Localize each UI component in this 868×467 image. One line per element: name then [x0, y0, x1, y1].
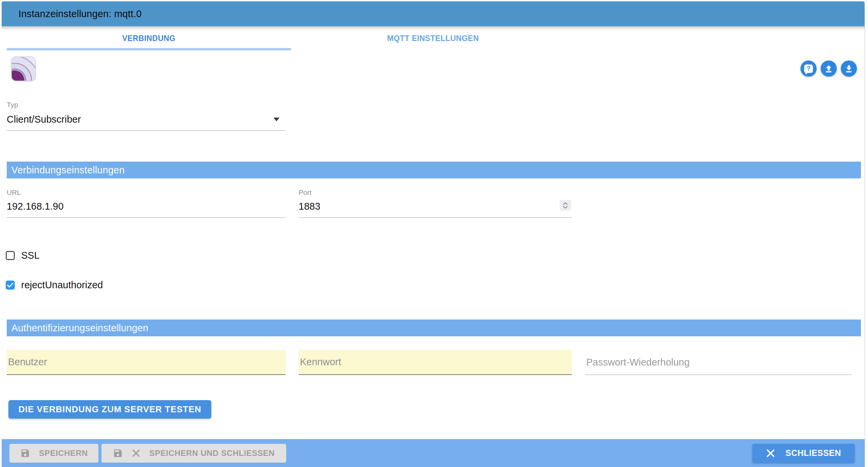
- port-stepper[interactable]: [560, 200, 571, 211]
- test-connection-button[interactable]: DIE VERBINDUNG ZUM SERVER TESTEN: [8, 400, 211, 418]
- close-button-label: SCHLIESSEN: [785, 448, 841, 458]
- instance-settings-dialog: Instanzeinstellungen: mqtt.0 VERBINDUNG …: [0, 0, 868, 467]
- close-icon: [132, 449, 141, 458]
- url-field: URL: [7, 188, 285, 218]
- save-and-close-button-label: SPEICHERN UND SCHLIESSEN: [149, 448, 274, 458]
- tab-verbindung-label: VERBINDUNG: [122, 34, 176, 43]
- password-input[interactable]: [300, 356, 570, 368]
- scrollbar-edge: [865, 26, 865, 467]
- ssl-checkbox-row[interactable]: SSL: [6, 250, 865, 260]
- port-field: Port: [299, 188, 572, 218]
- url-label: URL: [7, 188, 285, 196]
- ssl-checkbox[interactable]: [6, 251, 15, 260]
- save-button[interactable]: SPEICHERN: [9, 444, 98, 463]
- user-input[interactable]: [8, 356, 284, 368]
- connection-fields-row: URL Port: [7, 188, 865, 218]
- port-label: Port: [299, 188, 572, 196]
- save-icon: [20, 448, 30, 458]
- chevron-down-icon: [273, 118, 279, 121]
- close-button[interactable]: SCHLIESSEN: [752, 444, 855, 463]
- connection-section-header: Verbindungseinstellungen: [7, 162, 861, 178]
- save-button-label: SPEICHERN: [39, 448, 88, 458]
- save-and-close-button[interactable]: SPEICHERN UND SCHLIESSEN: [101, 444, 286, 463]
- tab-mqtt-einstellungen-label: MQTT EINSTELLUNGEN: [387, 34, 479, 43]
- type-select-value: Client/Subscriber: [7, 114, 285, 125]
- tab-bar: VERBINDUNG MQTT EINSTELLUNGEN: [2, 26, 865, 51]
- tab-verbindung[interactable]: VERBINDUNG: [7, 26, 291, 51]
- user-field: [7, 350, 285, 375]
- stepper-up-icon: [563, 202, 568, 205]
- port-input[interactable]: [299, 200, 572, 212]
- ssl-label: SSL: [21, 250, 40, 261]
- dialog-title: Instanzeinstellungen: mqtt.0: [19, 8, 142, 20]
- type-label: Typ: [7, 101, 285, 109]
- mqtt-adapter-logo: [11, 57, 36, 81]
- close-icon: [766, 448, 775, 458]
- header-toolbar: ?: [801, 60, 857, 76]
- url-input[interactable]: [7, 200, 285, 212]
- password-repeat-field: [585, 350, 851, 375]
- auth-section-header: Authentifizierungseinstellungen: [7, 319, 861, 336]
- download-config-button[interactable]: [841, 60, 857, 76]
- dialog-titlebar: Instanzeinstellungen: mqtt.0: [2, 1, 865, 26]
- reject-unauthorized-checkbox-row[interactable]: rejectUnauthorized: [6, 280, 865, 290]
- upload-icon: [824, 64, 833, 73]
- upload-config-button[interactable]: [820, 60, 837, 76]
- auth-fields-row: [7, 350, 865, 375]
- adapter-header-row: ?: [11, 57, 865, 81]
- question-mark-icon: ?: [804, 64, 813, 73]
- help-button[interactable]: ?: [801, 60, 816, 76]
- password-field: [299, 350, 572, 375]
- save-icon: [113, 448, 123, 458]
- type-select[interactable]: Client/Subscriber: [7, 114, 285, 131]
- type-field: Typ Client/Subscriber: [7, 101, 285, 131]
- password-repeat-input[interactable]: [586, 357, 850, 368]
- dialog-footer: SPEICHERN SPEICHERN UND SCHLIESSEN SCHLI…: [2, 439, 865, 467]
- stepper-down-icon: [563, 206, 568, 209]
- tab-mqtt-einstellungen[interactable]: MQTT EINSTELLUNGEN: [291, 26, 575, 51]
- dialog-content: VERBINDUNG MQTT EINSTELLUNGEN ?: [2, 26, 865, 439]
- reject-unauthorized-checkbox[interactable]: [6, 281, 15, 290]
- checkmark-icon: [7, 283, 13, 288]
- reject-unauthorized-label: rejectUnauthorized: [21, 280, 103, 291]
- download-icon: [844, 64, 854, 73]
